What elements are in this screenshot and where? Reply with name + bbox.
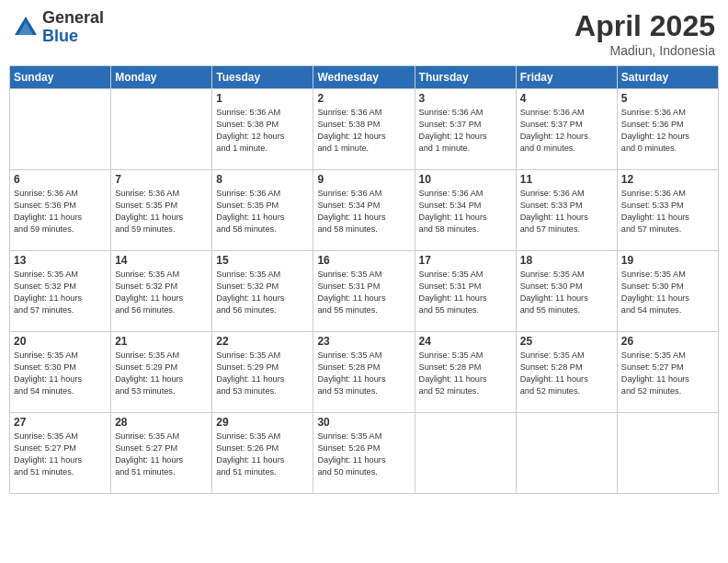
day-info: Sunrise: 5:35 AM Sunset: 5:31 PM Dayligh… — [317, 269, 410, 316]
day-number: 18 — [520, 254, 613, 267]
week-row-1: 1Sunrise: 5:36 AM Sunset: 5:38 PM Daylig… — [10, 89, 719, 170]
day-cell: 27Sunrise: 5:35 AM Sunset: 5:27 PM Dayli… — [10, 413, 111, 494]
day-cell: 7Sunrise: 5:36 AM Sunset: 5:35 PM Daylig… — [111, 170, 212, 251]
day-cell: 26Sunrise: 5:35 AM Sunset: 5:27 PM Dayli… — [617, 332, 718, 413]
day-number: 5 — [621, 92, 714, 105]
day-info: Sunrise: 5:35 AM Sunset: 5:32 PM Dayligh… — [14, 269, 107, 316]
day-cell: 19Sunrise: 5:35 AM Sunset: 5:30 PM Dayli… — [617, 251, 718, 332]
day-number: 22 — [216, 335, 309, 348]
day-number: 15 — [216, 254, 309, 267]
day-cell: 20Sunrise: 5:35 AM Sunset: 5:30 PM Dayli… — [10, 332, 111, 413]
day-info: Sunrise: 5:35 AM Sunset: 5:30 PM Dayligh… — [14, 350, 107, 397]
day-number: 24 — [419, 335, 512, 348]
day-info: Sunrise: 5:36 AM Sunset: 5:37 PM Dayligh… — [520, 107, 613, 155]
week-row-5: 27Sunrise: 5:35 AM Sunset: 5:27 PM Dayli… — [10, 413, 719, 494]
day-info: Sunrise: 5:35 AM Sunset: 5:31 PM Dayligh… — [419, 269, 512, 316]
day-cell: 12Sunrise: 5:36 AM Sunset: 5:33 PM Dayli… — [617, 170, 718, 251]
day-number: 9 — [317, 173, 410, 186]
day-number: 29 — [216, 416, 309, 429]
day-cell: 16Sunrise: 5:35 AM Sunset: 5:31 PM Dayli… — [313, 251, 415, 332]
day-cell: 18Sunrise: 5:35 AM Sunset: 5:30 PM Dayli… — [516, 251, 617, 332]
day-number: 10 — [419, 173, 512, 186]
day-cell: 10Sunrise: 5:36 AM Sunset: 5:34 PM Dayli… — [415, 170, 516, 251]
header-cell-thursday: Thursday — [415, 66, 516, 89]
day-number: 28 — [115, 416, 208, 429]
header-cell-friday: Friday — [516, 66, 617, 89]
day-info: Sunrise: 5:36 AM Sunset: 5:33 PM Dayligh… — [621, 188, 714, 236]
day-cell — [516, 413, 617, 494]
day-info: Sunrise: 5:35 AM Sunset: 5:28 PM Dayligh… — [520, 350, 613, 397]
week-row-2: 6Sunrise: 5:36 AM Sunset: 5:36 PM Daylig… — [10, 170, 719, 251]
day-number: 27 — [14, 416, 107, 429]
day-cell: 3Sunrise: 5:36 AM Sunset: 5:37 PM Daylig… — [415, 89, 516, 170]
day-number: 11 — [520, 173, 613, 186]
day-cell: 8Sunrise: 5:36 AM Sunset: 5:35 PM Daylig… — [212, 170, 313, 251]
day-number: 21 — [115, 335, 208, 348]
header-cell-sunday: Sunday — [10, 66, 111, 89]
day-number: 23 — [317, 335, 410, 348]
day-info: Sunrise: 5:35 AM Sunset: 5:27 PM Dayligh… — [115, 431, 208, 478]
day-info: Sunrise: 5:35 AM Sunset: 5:30 PM Dayligh… — [621, 269, 714, 316]
day-info: Sunrise: 5:35 AM Sunset: 5:27 PM Dayligh… — [14, 431, 107, 478]
day-number: 4 — [520, 92, 613, 105]
day-info: Sunrise: 5:36 AM Sunset: 5:34 PM Dayligh… — [317, 188, 410, 236]
day-cell: 24Sunrise: 5:35 AM Sunset: 5:28 PM Dayli… — [415, 332, 516, 413]
header-cell-wednesday: Wednesday — [313, 66, 415, 89]
day-cell: 15Sunrise: 5:35 AM Sunset: 5:32 PM Dayli… — [212, 251, 313, 332]
day-info: Sunrise: 5:36 AM Sunset: 5:33 PM Dayligh… — [520, 188, 613, 236]
day-info: Sunrise: 5:36 AM Sunset: 5:37 PM Dayligh… — [419, 107, 512, 155]
day-number: 30 — [317, 416, 410, 429]
day-number: 25 — [520, 335, 613, 348]
day-info: Sunrise: 5:35 AM Sunset: 5:26 PM Dayligh… — [216, 431, 309, 478]
day-number: 6 — [14, 173, 107, 186]
header-cell-saturday: Saturday — [617, 66, 718, 89]
location-subtitle: Madiun, Indonesia — [574, 43, 715, 58]
day-number: 13 — [14, 254, 107, 267]
logo-general: General — [42, 9, 104, 28]
day-info: Sunrise: 5:35 AM Sunset: 5:29 PM Dayligh… — [115, 350, 208, 397]
calendar-table: SundayMondayTuesdayWednesdayThursdayFrid… — [9, 65, 719, 494]
day-info: Sunrise: 5:36 AM Sunset: 5:34 PM Dayligh… — [419, 188, 512, 236]
logo-text: General Blue — [42, 9, 104, 46]
day-cell — [415, 413, 516, 494]
day-cell: 21Sunrise: 5:35 AM Sunset: 5:29 PM Dayli… — [111, 332, 212, 413]
day-cell: 22Sunrise: 5:35 AM Sunset: 5:29 PM Dayli… — [212, 332, 313, 413]
day-number: 20 — [14, 335, 107, 348]
day-cell: 2Sunrise: 5:36 AM Sunset: 5:38 PM Daylig… — [313, 89, 415, 170]
day-number: 1 — [216, 92, 309, 105]
week-row-3: 13Sunrise: 5:35 AM Sunset: 5:32 PM Dayli… — [10, 251, 719, 332]
day-number: 3 — [419, 92, 512, 105]
day-info: Sunrise: 5:36 AM Sunset: 5:36 PM Dayligh… — [621, 107, 714, 155]
week-row-4: 20Sunrise: 5:35 AM Sunset: 5:30 PM Dayli… — [10, 332, 719, 413]
day-info: Sunrise: 5:35 AM Sunset: 5:26 PM Dayligh… — [317, 431, 410, 478]
day-cell: 11Sunrise: 5:36 AM Sunset: 5:33 PM Dayli… — [516, 170, 617, 251]
day-number: 17 — [419, 254, 512, 267]
day-number: 26 — [621, 335, 714, 348]
day-cell: 30Sunrise: 5:35 AM Sunset: 5:26 PM Dayli… — [313, 413, 415, 494]
day-info: Sunrise: 5:36 AM Sunset: 5:35 PM Dayligh… — [115, 188, 208, 236]
day-cell: 9Sunrise: 5:36 AM Sunset: 5:34 PM Daylig… — [313, 170, 415, 251]
title-block: April 2025 Madiun, Indonesia — [574, 9, 715, 58]
day-cell: 29Sunrise: 5:35 AM Sunset: 5:26 PM Dayli… — [212, 413, 313, 494]
month-title: April 2025 — [574, 9, 715, 43]
day-cell: 17Sunrise: 5:35 AM Sunset: 5:31 PM Dayli… — [415, 251, 516, 332]
day-info: Sunrise: 5:35 AM Sunset: 5:32 PM Dayligh… — [115, 269, 208, 316]
day-number: 8 — [216, 173, 309, 186]
day-info: Sunrise: 5:35 AM Sunset: 5:27 PM Dayligh… — [621, 350, 714, 397]
day-cell: 23Sunrise: 5:35 AM Sunset: 5:28 PM Dayli… — [313, 332, 415, 413]
logo-blue-text: Blue — [42, 28, 104, 46]
day-cell: 13Sunrise: 5:35 AM Sunset: 5:32 PM Dayli… — [10, 251, 111, 332]
day-cell — [10, 89, 111, 170]
day-number: 12 — [621, 173, 714, 186]
day-info: Sunrise: 5:35 AM Sunset: 5:28 PM Dayligh… — [419, 350, 512, 397]
day-info: Sunrise: 5:35 AM Sunset: 5:32 PM Dayligh… — [216, 269, 309, 316]
day-info: Sunrise: 5:36 AM Sunset: 5:38 PM Dayligh… — [216, 107, 309, 155]
day-info: Sunrise: 5:36 AM Sunset: 5:36 PM Dayligh… — [14, 188, 107, 236]
page-header: General Blue April 2025 Madiun, Indonesi… — [9, 9, 719, 58]
header-cell-monday: Monday — [111, 66, 212, 89]
day-number: 7 — [115, 173, 208, 186]
day-cell: 25Sunrise: 5:35 AM Sunset: 5:28 PM Dayli… — [516, 332, 617, 413]
day-number: 16 — [317, 254, 410, 267]
day-info: Sunrise: 5:36 AM Sunset: 5:38 PM Dayligh… — [317, 107, 410, 155]
day-cell: 28Sunrise: 5:35 AM Sunset: 5:27 PM Dayli… — [111, 413, 212, 494]
